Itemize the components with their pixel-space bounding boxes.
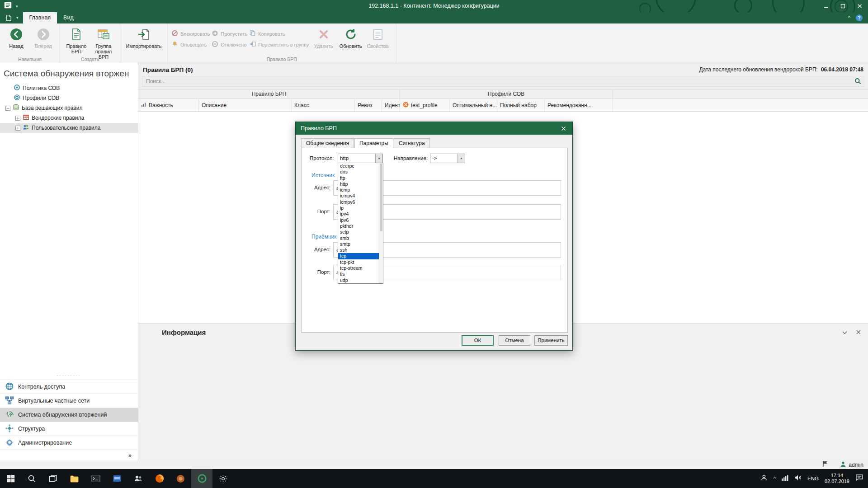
disabled-button[interactable]: Отключено (212, 41, 247, 48)
protocol-option[interactable]: icmpv4 (338, 193, 379, 199)
action-center-icon[interactable] (855, 474, 863, 483)
start-button[interactable] (0, 469, 21, 488)
tab-main[interactable]: Главная (23, 12, 57, 23)
people-tray-icon[interactable] (760, 474, 768, 483)
tree-item-profiles[interactable]: Профили СОВ (0, 93, 138, 103)
clock[interactable]: 17:14 02.07.2019 (825, 473, 849, 484)
tree-item-rulebase[interactable]: База решающих правил (0, 103, 138, 113)
settings-gear-icon[interactable] (212, 469, 234, 488)
column-importance[interactable]: Важность (138, 99, 199, 111)
file-explorer-icon[interactable] (64, 469, 85, 488)
protocol-option[interactable]: icmp (338, 187, 379, 193)
taskbar-search-icon[interactable] (21, 469, 42, 488)
remote-app-icon[interactable] (106, 469, 127, 488)
skip-button[interactable]: Пропустить (212, 30, 247, 37)
maximize-button[interactable] (835, 0, 851, 12)
protocol-combobox[interactable]: http ▾ (338, 154, 383, 163)
task-view-icon[interactable] (42, 469, 64, 488)
browser-app-icon[interactable] (170, 469, 191, 488)
contacts-app-icon[interactable] (127, 469, 149, 488)
scrollbar-thumb[interactable] (380, 164, 382, 231)
protocol-option[interactable]: pkthdr (338, 223, 379, 229)
protocol-option[interactable]: udp (338, 277, 379, 283)
sidebar-item-vpn[interactable]: Виртуальные частные сети (0, 394, 138, 408)
terminal-icon[interactable] (85, 469, 106, 488)
sidebar-item-ids[interactable]: Система обнаружения вторжений (0, 408, 138, 422)
continent-manager-icon[interactable] (191, 469, 212, 488)
column-test-profile[interactable]: test_profile (400, 99, 450, 111)
protocol-option[interactable]: smtp (338, 241, 379, 247)
search-icon[interactable] (854, 78, 861, 86)
apply-button[interactable]: Применить (534, 335, 568, 346)
protocol-option[interactable]: ipv6 (338, 217, 379, 223)
column-optimal-set[interactable]: Оптимальный н... (450, 99, 497, 111)
search-input[interactable] (142, 76, 864, 87)
expand-expander-icon[interactable] (15, 126, 20, 131)
protocol-option[interactable]: tcp-pkt (338, 259, 379, 265)
protocol-option-selected[interactable]: tcp (338, 253, 379, 259)
tree-item-user-rules[interactable]: Пользовательские правила (0, 123, 138, 133)
protocol-option[interactable]: tls (338, 271, 379, 277)
dialog-close-button[interactable] (554, 122, 572, 135)
dropdown-scrollbar[interactable] (379, 163, 383, 283)
direction-combobox[interactable]: -> ▾ (430, 154, 465, 163)
delete-button[interactable]: Удалить (311, 25, 336, 55)
tab-parameters[interactable]: Параметры (354, 138, 393, 148)
column-ident[interactable]: Идент... (382, 99, 400, 111)
help-icon[interactable]: ? (856, 14, 863, 21)
import-button[interactable]: Импортировать (124, 25, 164, 55)
network-tray-icon[interactable] (782, 474, 788, 483)
collapse-expander-icon[interactable] (5, 106, 10, 111)
create-rule-button[interactable]: Правило БРП (64, 25, 89, 55)
protocol-option[interactable]: tcp-stream (338, 265, 379, 271)
close-info-icon[interactable] (856, 328, 861, 336)
forward-button[interactable]: Вперед (31, 25, 56, 55)
protocol-option[interactable]: ip (338, 205, 379, 211)
chevron-down-icon[interactable] (842, 328, 847, 336)
tree-item-vendor-rules[interactable]: Вендорские правила (0, 113, 138, 123)
chevron-down-icon[interactable]: ▾ (375, 154, 382, 163)
column-full-set[interactable]: Полный набор (497, 99, 545, 111)
protocol-option[interactable]: ftp (338, 175, 379, 181)
language-indicator[interactable]: ENG (807, 476, 819, 481)
cancel-button[interactable]: Отмена (499, 335, 530, 346)
collapse-ribbon-icon[interactable]: ^ (848, 12, 850, 23)
show-hidden-icons-caret[interactable]: ^ (774, 476, 776, 481)
quick-access-caret-icon[interactable]: ▾ (16, 4, 18, 9)
ok-button[interactable]: ОК (462, 335, 494, 346)
protocol-option[interactable]: ssh (338, 247, 379, 253)
flag-icon[interactable] (822, 460, 828, 469)
expand-expander-icon[interactable] (15, 116, 20, 121)
tab-view[interactable]: Вид (57, 12, 80, 23)
column-recommended[interactable]: Рекомендованн... (545, 99, 613, 111)
create-rule-group-button[interactable]: Группа правил БРП (91, 25, 116, 55)
tab-signature[interactable]: Сигнатура (394, 138, 430, 148)
chevron-down-icon[interactable]: ▾ (458, 154, 465, 163)
sidebar-item-structure[interactable]: Структура (0, 422, 138, 436)
properties-button[interactable]: Свойства (365, 25, 391, 55)
column-revision[interactable]: Ревиз (355, 99, 382, 111)
back-button[interactable]: Назад (4, 25, 29, 55)
copy-button[interactable]: Копировать (249, 30, 309, 37)
refresh-button[interactable]: Обновить (338, 25, 363, 55)
protocol-option[interactable]: dns (338, 169, 379, 175)
file-menu-caret-icon[interactable]: ▾ (15, 12, 23, 23)
block-button[interactable]: Блокировать (171, 30, 210, 37)
protocol-option[interactable]: http (338, 181, 379, 187)
minimize-button[interactable] (818, 0, 835, 12)
protocol-option[interactable]: sctp (338, 229, 379, 235)
sidebar-item-access-control[interactable]: Контроль доступа (0, 380, 138, 394)
column-class[interactable]: Класс (292, 99, 355, 111)
file-menu-button[interactable] (0, 12, 15, 23)
tree-item-policy[interactable]: Политика СОВ (0, 83, 138, 93)
splitter-handle[interactable]: ········· (0, 373, 138, 380)
tab-general[interactable]: Общие сведения (301, 138, 354, 148)
protocol-option[interactable]: ipv4 (338, 211, 379, 217)
protocol-option[interactable]: icmpv6 (338, 199, 379, 205)
protocol-option[interactable]: dcerpc (338, 163, 379, 169)
notify-button[interactable]: Оповещать (171, 41, 210, 48)
column-description[interactable]: Описание (199, 99, 292, 111)
firefox-icon[interactable] (149, 469, 170, 488)
move-to-group-button[interactable]: Переместить в группу (249, 41, 309, 48)
protocol-option[interactable]: smb (338, 235, 379, 241)
